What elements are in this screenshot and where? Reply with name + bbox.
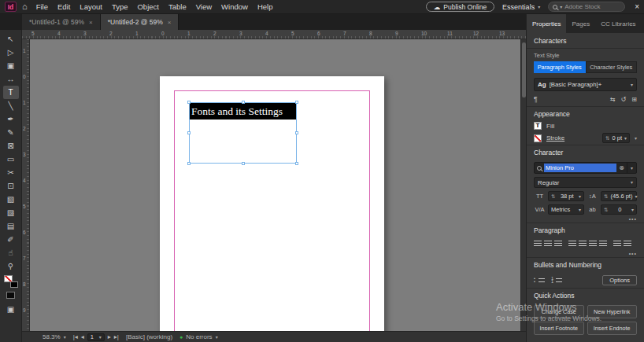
kerning-dropdown[interactable]: Metrics ▾ — [548, 204, 584, 215]
align-center-icon[interactable] — [544, 241, 552, 248]
stroke-weight-stepper[interactable]: ⇅ 0 pt ▾ — [602, 133, 630, 143]
note-tool-icon[interactable]: ▤ — [3, 219, 19, 233]
selected-text[interactable]: Fonts and its Settings — [190, 103, 296, 120]
vertical-scrollbar[interactable] — [520, 39, 526, 331]
page-number-field[interactable]: 1 ▾ — [87, 333, 105, 341]
stepper-arrows-icon[interactable]: ⇅ — [604, 207, 608, 213]
screen-mode-icon[interactable]: ▣ — [3, 303, 19, 316]
document-tab[interactable]: *Untitled-2 @ 59%× — [101, 14, 180, 30]
font-style-dropdown[interactable]: Regular ▾ — [534, 177, 637, 188]
redefine-style-icon[interactable]: ↺ — [621, 96, 627, 103]
frame-handle[interactable] — [295, 101, 298, 104]
numbered-list-icon[interactable]: 11 — [551, 278, 562, 284]
preflight-profile[interactable]: [Basic] (working) — [126, 333, 172, 340]
fill-stroke-swatches[interactable] — [4, 275, 18, 288]
panel-grid-icon[interactable]: ⊞ — [631, 96, 637, 103]
scissors-tool-icon[interactable]: ✂ — [3, 166, 19, 179]
menu-item-layout[interactable]: Layout — [76, 2, 105, 11]
clear-icon[interactable]: ⊗ — [619, 164, 624, 171]
eyedropper-tool-icon[interactable]: ✐ — [3, 233, 19, 246]
frame-handle[interactable] — [295, 131, 298, 134]
fill-swatch-icon[interactable]: T — [534, 122, 542, 130]
document-page[interactable]: Fonts and its Settings — [160, 76, 384, 331]
type-tool-icon[interactable]: T — [3, 86, 19, 99]
menu-item-type[interactable]: Type — [109, 2, 131, 11]
menu-item-file[interactable]: File — [33, 2, 51, 11]
menu-item-help[interactable]: Help — [254, 2, 276, 11]
direct-selection-tool-icon[interactable]: ▷ — [3, 46, 19, 59]
zoom-level-dropdown[interactable]: 58.3% ▾ — [43, 333, 66, 340]
home-icon[interactable]: ⌂ — [22, 2, 28, 11]
fill-none-swatch[interactable] — [4, 275, 13, 282]
frame-handle[interactable] — [242, 101, 245, 104]
panel-tab-properties[interactable]: Properties — [527, 14, 566, 33]
paragraph-more-options[interactable]: ••• — [527, 249, 644, 257]
stroke-type-chevron-icon[interactable]: ▾ — [635, 136, 637, 141]
selection-tool-icon[interactable]: ↖ — [3, 32, 19, 46]
new-hyperlink-button[interactable]: New Hyperlink — [587, 305, 638, 318]
frame-handle[interactable] — [187, 162, 191, 165]
stroke-swatch[interactable] — [10, 281, 18, 288]
insert-footnote-button[interactable]: Insert Footnote — [534, 322, 584, 335]
font-size-stepper[interactable]: ⇅ 38 pt ▾ — [548, 191, 584, 201]
tab-close-icon[interactable]: × — [89, 19, 93, 26]
tracking-stepper[interactable]: ⇅ 0 ▾ — [601, 204, 637, 215]
close-icon[interactable]: × — [635, 2, 639, 11]
style-override-icon[interactable]: ⇆ — [610, 96, 616, 103]
menu-item-table[interactable]: Table — [165, 2, 190, 11]
justify-right-icon[interactable] — [589, 241, 597, 248]
first-page-button[interactable]: |◂ — [73, 333, 78, 340]
workspace-switcher[interactable]: Essentials ▾ — [502, 3, 540, 11]
indesign-logo[interactable]: Id — [5, 2, 17, 12]
align-right-icon[interactable] — [554, 241, 562, 248]
align-towards-spine-icon[interactable] — [613, 241, 621, 248]
rectangle-tool-icon[interactable]: ▭ — [3, 153, 19, 166]
hand-tool-icon[interactable]: ☝ — [3, 246, 19, 259]
font-family-field[interactable]: Minion Pro ⊗ ▾ — [534, 162, 637, 174]
text-frame[interactable]: Fonts and its Settings — [189, 102, 297, 164]
page-tool-icon[interactable]: ▣ — [3, 59, 19, 72]
font-dropdown-button[interactable]: ▾ — [627, 163, 636, 173]
align-away-spine-icon[interactable] — [624, 241, 631, 248]
pen-tool-icon[interactable]: ✒ — [3, 112, 19, 126]
menu-item-object[interactable]: Object — [134, 2, 161, 11]
previous-page-button[interactable]: ◂ — [81, 333, 84, 340]
preflight-status[interactable]: ● No errors ▾ — [180, 333, 218, 340]
stock-search-input[interactable]: ▾ Adobe Stock — [548, 2, 625, 12]
insert-endnote-button[interactable]: Insert Endnote — [587, 322, 638, 335]
justify-all-icon[interactable] — [599, 241, 607, 248]
gap-tool-icon[interactable]: ↔ — [3, 72, 19, 86]
pencil-tool-icon[interactable]: ✎ — [3, 126, 19, 139]
menu-item-edit[interactable]: Edit — [54, 2, 73, 11]
free-transform-tool-icon[interactable]: ⊡ — [3, 179, 19, 193]
bulleted-list-icon[interactable]: •• — [534, 278, 545, 284]
character-styles-button[interactable]: Character Styles — [586, 61, 638, 73]
font-name-selected[interactable]: Minion Pro — [544, 164, 616, 172]
frame-handle[interactable] — [295, 162, 298, 165]
menu-item-view[interactable]: View — [193, 2, 215, 11]
frame-handle[interactable] — [187, 131, 191, 134]
rectangle-frame-tool-icon[interactable]: ⊠ — [3, 139, 19, 153]
document-tab[interactable]: *Untitled-1 @ 59%× — [22, 14, 101, 30]
stroke-swatch-icon[interactable] — [534, 134, 542, 142]
menu-item-window[interactable]: Window — [218, 2, 251, 11]
apply-color-swatch[interactable] — [6, 292, 15, 299]
stroke-link[interactable]: Stroke — [546, 134, 564, 142]
publish-online-button[interactable]: ☁ Publish Online — [426, 2, 494, 12]
panel-tab-pages[interactable]: Pages — [566, 14, 595, 33]
frame-handle[interactable] — [242, 162, 245, 165]
leading-stepper[interactable]: ⇅ (45.6 pt) ▾ — [601, 191, 637, 201]
gradient-swatch-tool-icon[interactable]: ▧ — [3, 193, 19, 206]
align-left-icon[interactable] — [534, 241, 542, 248]
paragraph-styles-button[interactable]: Paragraph Styles — [534, 61, 586, 73]
change-case-button[interactable]: Change Case — [534, 305, 584, 318]
paragraph-style-dropdown[interactable]: Ag [Basic Paragraph]+ ▾ — [534, 78, 637, 91]
next-page-button[interactable]: ▸ — [108, 333, 111, 340]
justify-left-icon[interactable] — [568, 241, 576, 248]
options-button[interactable]: Options — [602, 275, 637, 285]
justify-center-icon[interactable] — [579, 241, 587, 248]
zoom-tool-icon[interactable]: ⚲ — [3, 259, 19, 273]
last-page-button[interactable]: ▸| — [114, 333, 119, 340]
character-more-options[interactable]: ••• — [527, 215, 644, 222]
panel-tab-cc-libraries[interactable]: CC Libraries — [595, 14, 641, 33]
